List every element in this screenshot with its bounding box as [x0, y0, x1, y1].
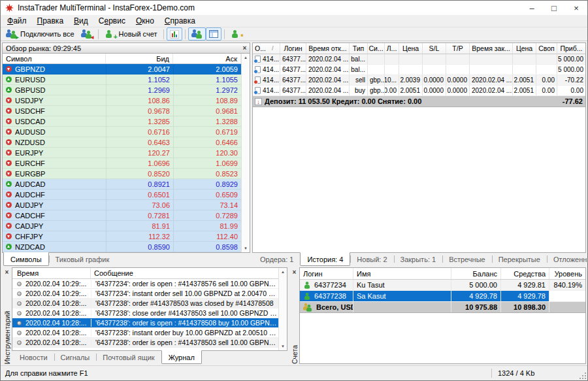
menu-window[interactable]: Окно [131, 16, 159, 26]
market-row-CADCHF[interactable]: CADCHF0.72810.7289 [3, 210, 250, 221]
market-row-EURJPY[interactable]: EURJPY120.27120.30 [3, 148, 250, 158]
market-row-USDCAD[interactable]: USDCAD1.32851.3288 [3, 116, 250, 127]
accounts-side-strip: × Счета [289, 267, 299, 364]
orders-tab-overlapped[interactable]: Перекрытые [492, 253, 547, 266]
orders-col-8[interactable]: T/P [446, 43, 470, 54]
tick-down-icon [6, 191, 12, 197]
market-row-AUDUSD[interactable]: AUDUSD0.67160.6719 [3, 127, 250, 137]
journal-row[interactable]: 2020.02.04 10:28:...'64377238': order is… [12, 338, 287, 348]
scroll-down-icon[interactable]: ▼ [281, 344, 285, 348]
terminal-tab-news[interactable]: Новости [13, 351, 54, 364]
accounts-col-1[interactable]: Имя [353, 268, 451, 279]
market-tab-symbols[interactable]: Символы [3, 252, 49, 266]
market-watch-header[interactable]: Обзор рынка: 09:29:45 × [2, 42, 250, 54]
order-row[interactable]: 414...64377...2020.02.04 ...buygbp...0.0… [253, 86, 585, 96]
market-row-CADJPY[interactable]: CADJPY81.9181.99 [3, 221, 250, 231]
order-order-cell: 414... [253, 75, 280, 85]
account-properties-button[interactable]: * [227, 27, 245, 41]
orders-col-7[interactable]: S/L [423, 43, 446, 54]
journal-col-time[interactable]: Время [12, 268, 91, 278]
orders-col-2[interactable]: Время отк... [306, 43, 350, 54]
journal-row[interactable]: 2020.02.04 10:28:...'64377238': order is… [12, 318, 287, 328]
connect-all-button[interactable]: ▸ Подключить все [3, 27, 78, 41]
orders-col-9[interactable]: Время зак... [470, 43, 513, 54]
market-watch-scrollbar[interactable]: ▲ ▼ [241, 54, 250, 252]
orders-tab-history[interactable]: История: 4 [300, 252, 350, 266]
market-row-AUDCAD[interactable]: AUDCAD0.89210.8929 [3, 179, 250, 190]
accounts-col-0[interactable]: Логин [300, 268, 353, 279]
market-watch-close-icon[interactable]: × [240, 44, 249, 52]
market-row-EURUSD[interactable]: EURUSD1.10521.1055 [3, 75, 250, 85]
menu-file[interactable]: Файл [2, 16, 32, 26]
toggle-terminal-button[interactable] [206, 27, 221, 41]
scroll-down-icon[interactable]: ▼ [244, 246, 248, 250]
minimize-button[interactable]: – [521, 1, 543, 15]
market-tab-tick-chart[interactable]: Тиковый график [49, 253, 116, 266]
col-ask[interactable]: Аск [173, 54, 241, 63]
market-row-NZDCAD[interactable]: NZDCAD0.85900.8598 [3, 242, 250, 252]
menu-edit[interactable]: Правка [32, 16, 69, 26]
orders-col-6[interactable]: Цена [399, 43, 423, 54]
toggle-accounts-button[interactable] [188, 27, 206, 41]
terminal-tab-journal[interactable]: Журнал [161, 350, 202, 364]
new-account-button[interactable]: + Новый счет [101, 27, 161, 41]
menu-view[interactable]: Вид [69, 16, 93, 26]
close-button[interactable]: × [565, 1, 587, 15]
maximize-button[interactable]: □ [543, 1, 565, 15]
accounts-col-3[interactable]: Средства [501, 268, 549, 279]
journal-row[interactable]: 2020.02.04 10:28:...'64377238': close or… [12, 308, 287, 318]
market-row-GBPUSD[interactable]: GBPUSD1.29691.2972 [3, 85, 250, 95]
accounts-col-2[interactable]: Баланс [451, 268, 501, 279]
orders-col-5[interactable]: Л... [385, 43, 399, 54]
orders-tab-close[interactable]: Закрыть: 1 [394, 253, 443, 266]
market-row-GBPNZD[interactable]: GBPNZD2.00472.0059 [3, 64, 250, 75]
orders-col-12[interactable]: Приб... [557, 43, 585, 54]
account-row-64377234[interactable]: 64377234Ku Tasut5 000.004 929.81840.19% [300, 280, 585, 291]
journal-row[interactable]: 2020.02.04 10:28:...'64377238': instant … [12, 328, 287, 338]
market-row-AUDCHF[interactable]: AUDCHF0.65010.6509 [3, 190, 250, 200]
toggle-market-watch-button[interactable] [167, 27, 182, 41]
accounts-close-icon[interactable]: × [290, 268, 299, 276]
journal-row[interactable]: 2020.02.04 10:29:...'64377234': order is… [12, 279, 287, 289]
col-bid[interactable]: Бид [106, 54, 173, 63]
account-row-64377238[interactable]: 64377238Sa Kasut4 929.784 929.78 [300, 291, 585, 302]
scroll-up-icon[interactable]: ▲ [281, 270, 285, 274]
terminal-tab-signals[interactable]: Сигналы [54, 351, 97, 364]
deposit-summary-row[interactable]: Депозит: 11 053.50 Кредит: 0.00 Снятие: … [253, 96, 585, 107]
order-row[interactable]: 414...64377...2020.02.04 ...sellgbp...10… [253, 75, 585, 86]
orders-col-10[interactable]: Цена [513, 43, 536, 54]
col-symbol[interactable]: Символ [3, 54, 106, 63]
orders-tab-orders[interactable]: Ордера: 1 [253, 253, 300, 266]
orders-tab-new[interactable]: Новый: 2 [350, 253, 393, 266]
orders-col-1[interactable]: Логин [280, 43, 306, 54]
journal-row[interactable]: 2020.02.04 10:29:...'64377234': instant … [12, 289, 287, 299]
scroll-up-icon[interactable]: ▲ [244, 56, 248, 59]
order-row[interactable]: 414...64377...2020.02.04 ...bal...5 000.… [253, 54, 585, 65]
orders-tab-counter[interactable]: Встречные [442, 253, 492, 266]
disconnect-all-button[interactable]: ◂ [78, 27, 95, 41]
journal-scrollbar[interactable]: ▲ ▼ [278, 268, 287, 350]
orders-tab-pending[interactable]: Отложенный: 1 [547, 253, 588, 266]
market-row-EURCHF[interactable]: EURCHF1.06961.0699 [3, 158, 250, 169]
market-row-CHFJPY[interactable]: CHFJPY112.32112.40 [3, 231, 250, 242]
menu-service[interactable]: Сервис [93, 16, 131, 26]
journal-row[interactable]: 2020.02.04 10:28:...'64377238': order #4… [12, 299, 287, 308]
order-row[interactable]: 414...64377...2020.02.04 ...bal...5 000.… [253, 65, 585, 75]
menu-help[interactable]: Справка [159, 16, 201, 26]
accounts-col-4[interactable]: Уровень [549, 268, 585, 279]
market-row-EURGBP[interactable]: EURGBP0.85200.8523 [3, 169, 250, 179]
resize-grip[interactable] [585, 378, 586, 379]
terminal-tab-mailbox[interactable]: Почтовый ящик [96, 351, 161, 364]
market-row-USDCHF[interactable]: USDCHF0.96780.9681 [3, 106, 250, 116]
orders-col-11[interactable]: Своп [536, 43, 557, 54]
titlebar[interactable]: InstaTrader MultiTerminal - InstaForex-1… [1, 1, 587, 15]
market-row-AUDJPY[interactable]: AUDJPY73.0673.14 [3, 200, 250, 210]
orders-col-4[interactable]: Си... [368, 43, 385, 54]
market-row-USDJPY[interactable]: USDJPY108.86108.89 [3, 95, 250, 106]
terminal-close-icon[interactable]: × [3, 268, 11, 276]
journal-col-message[interactable]: Сообщение [91, 268, 278, 278]
market-row-NZDUSD[interactable]: NZDUSD0.64630.6466 [3, 137, 250, 148]
orders-col-0[interactable]: О.../ [253, 43, 280, 54]
orders-col-3[interactable]: Тип [350, 43, 368, 54]
account-row-total[interactable]: Всего, USD10 975.8810 898.30 [300, 302, 585, 313]
